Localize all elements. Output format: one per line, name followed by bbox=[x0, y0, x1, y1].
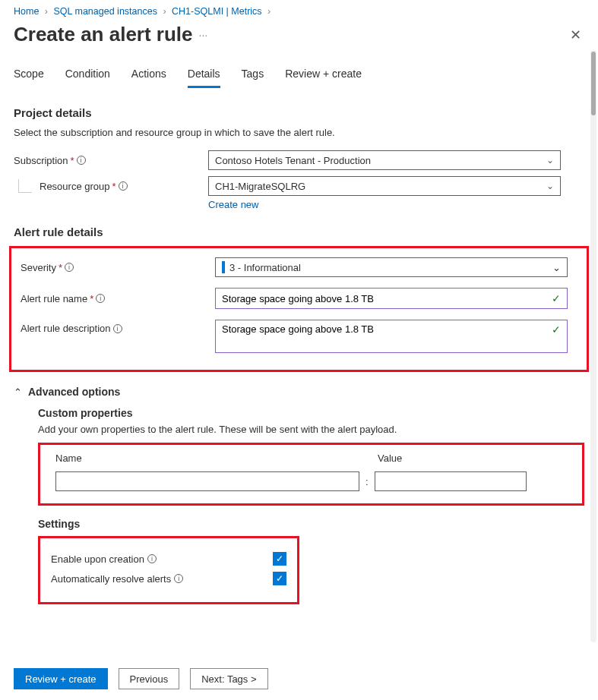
auto-resolve-label: Automatically resolve alerts i bbox=[51, 573, 183, 585]
severity-color-bar bbox=[222, 261, 225, 273]
resource-group-row: Resource group * i CH1-MigrateSQLRG ⌄ bbox=[14, 176, 584, 196]
breadcrumb-metrics[interactable]: CH1-SQLMI | Metrics bbox=[172, 6, 262, 17]
next-tags-button[interactable]: Next: Tags > bbox=[190, 668, 267, 689]
tab-details[interactable]: Details bbox=[188, 63, 220, 88]
column-name-header: Name bbox=[55, 452, 378, 464]
alert-name-label-text: Alert rule name bbox=[21, 293, 87, 304]
alert-name-row: Alert rule name * i ✓ bbox=[21, 288, 577, 309]
info-icon[interactable]: i bbox=[113, 324, 122, 333]
tab-actions[interactable]: Actions bbox=[131, 63, 166, 88]
custom-props-inputs: : bbox=[55, 471, 567, 491]
highlight-box-settings: Enable upon creation i ✓ Automatically r… bbox=[38, 536, 299, 604]
footer-buttons: Review + create Previous Next: Tags > bbox=[14, 668, 268, 689]
resolve-label-text: Automatically resolve alerts bbox=[51, 573, 171, 585]
chevron-down-icon: ⌄ bbox=[546, 181, 554, 191]
info-icon[interactable]: i bbox=[119, 181, 128, 191]
severity-label-text: Severity bbox=[21, 262, 56, 273]
enable-upon-creation-row: Enable upon creation i ✓ bbox=[51, 552, 286, 566]
required-icon: * bbox=[90, 293, 93, 304]
tree-connector-icon bbox=[18, 179, 32, 193]
review-create-button[interactable]: Review + create bbox=[14, 668, 108, 689]
more-options-icon[interactable]: ··· bbox=[199, 29, 208, 41]
info-icon[interactable]: i bbox=[77, 156, 86, 165]
enable-upon-creation-label: Enable upon creation i bbox=[51, 553, 157, 565]
colon-separator: : bbox=[365, 476, 369, 487]
tab-scope[interactable]: Scope bbox=[14, 63, 44, 88]
scrollbar-thumb[interactable] bbox=[591, 52, 596, 115]
advanced-options-label: Advanced options bbox=[28, 386, 120, 398]
chevron-up-icon: ⌃ bbox=[14, 386, 22, 398]
alert-desc-label-text: Alert rule description bbox=[21, 323, 111, 334]
alert-name-input[interactable] bbox=[222, 293, 552, 304]
chevron-down-icon: ⌄ bbox=[546, 155, 554, 166]
severity-label: Severity * i bbox=[21, 262, 215, 273]
subscription-label: Subscription * i bbox=[14, 155, 208, 166]
validation-check-icon: ✓ bbox=[552, 292, 561, 304]
alert-desc-input[interactable] bbox=[222, 323, 552, 346]
info-icon[interactable]: i bbox=[96, 294, 105, 303]
chevron-right-icon: › bbox=[45, 6, 48, 17]
severity-row: Severity * i 3 - Informational ⌄ bbox=[21, 257, 577, 277]
tab-review-create[interactable]: Review + create bbox=[285, 63, 362, 88]
breadcrumb: Home › SQL managed instances › CH1-SQLMI… bbox=[0, 0, 598, 20]
custom-props-header: Name Value bbox=[55, 452, 567, 464]
alert-name-input-wrap: ✓ bbox=[215, 288, 568, 309]
enable-label-text: Enable upon creation bbox=[51, 553, 144, 565]
highlight-box-alert-details: Severity * i 3 - Informational ⌄ Alert r… bbox=[9, 246, 589, 372]
custom-prop-name-input[interactable] bbox=[55, 471, 359, 491]
subscription-dropdown[interactable]: Contoso Hotels Tenant - Production ⌄ bbox=[208, 150, 561, 170]
vertical-scrollbar[interactable] bbox=[590, 50, 596, 642]
chevron-down-icon: ⌄ bbox=[552, 262, 561, 273]
resource-group-dropdown[interactable]: CH1-MigrateSQLRG ⌄ bbox=[208, 176, 561, 196]
advanced-section: Custom properties Add your own propertie… bbox=[38, 407, 584, 604]
column-value-header: Value bbox=[378, 452, 402, 464]
breadcrumb-home[interactable]: Home bbox=[14, 6, 39, 17]
subscription-row: Subscription * i Contoso Hotels Tenant -… bbox=[14, 150, 584, 170]
custom-properties-heading: Custom properties bbox=[38, 407, 584, 419]
severity-value: 3 - Informational bbox=[229, 262, 301, 273]
custom-properties-hint: Add your own properties to the alert rul… bbox=[38, 424, 584, 435]
tab-tags[interactable]: Tags bbox=[242, 63, 264, 88]
tabs: Scope Condition Actions Details Tags Rev… bbox=[14, 63, 584, 88]
previous-button[interactable]: Previous bbox=[119, 668, 180, 689]
alert-desc-label: Alert rule description i bbox=[21, 320, 215, 334]
advanced-options-toggle[interactable]: ⌃ Advanced options bbox=[14, 386, 584, 398]
required-icon: * bbox=[112, 181, 116, 192]
title-row: Create an alert rule ··· ✕ bbox=[0, 20, 598, 54]
custom-prop-value-input[interactable] bbox=[375, 471, 527, 491]
info-icon[interactable]: i bbox=[65, 263, 74, 272]
alert-name-label: Alert rule name * i bbox=[21, 293, 215, 304]
highlight-box-custom-props: Name Value : bbox=[38, 443, 584, 506]
alert-desc-input-wrap: ✓ bbox=[215, 320, 568, 353]
project-details-hint: Select the subscription and resource gro… bbox=[14, 127, 584, 138]
info-icon[interactable]: i bbox=[147, 554, 157, 563]
info-icon[interactable]: i bbox=[174, 574, 183, 583]
alert-rule-details-heading: Alert rule details bbox=[14, 225, 584, 238]
subscription-value: Contoso Hotels Tenant - Production bbox=[215, 155, 371, 166]
required-icon: * bbox=[71, 155, 74, 166]
required-icon: * bbox=[59, 262, 62, 273]
auto-resolve-row: Automatically resolve alerts i ✓ bbox=[51, 572, 286, 585]
content-area: Scope Condition Actions Details Tags Rev… bbox=[0, 54, 598, 604]
validation-check-icon: ✓ bbox=[552, 323, 561, 336]
resource-group-value: CH1-MigrateSQLRG bbox=[215, 181, 305, 192]
close-icon[interactable]: ✕ bbox=[567, 24, 584, 46]
tab-condition[interactable]: Condition bbox=[65, 63, 110, 88]
project-details-heading: Project details bbox=[14, 106, 584, 119]
page-title: Create an alert rule bbox=[14, 23, 193, 46]
settings-heading: Settings bbox=[38, 518, 584, 530]
breadcrumb-sql-managed-instances[interactable]: SQL managed instances bbox=[53, 6, 157, 17]
alert-desc-row: Alert rule description i ✓ bbox=[21, 320, 577, 353]
enable-upon-creation-checkbox[interactable]: ✓ bbox=[273, 552, 286, 566]
create-new-link[interactable]: Create new bbox=[208, 199, 258, 210]
resource-group-label: Resource group * i bbox=[40, 181, 207, 192]
severity-dropdown[interactable]: 3 - Informational ⌄ bbox=[215, 257, 568, 277]
auto-resolve-checkbox[interactable]: ✓ bbox=[273, 572, 286, 585]
chevron-right-icon: › bbox=[267, 6, 271, 17]
subscription-label-text: Subscription bbox=[14, 155, 68, 166]
resource-group-label-text: Resource group bbox=[40, 181, 110, 192]
chevron-right-icon: › bbox=[163, 6, 166, 17]
